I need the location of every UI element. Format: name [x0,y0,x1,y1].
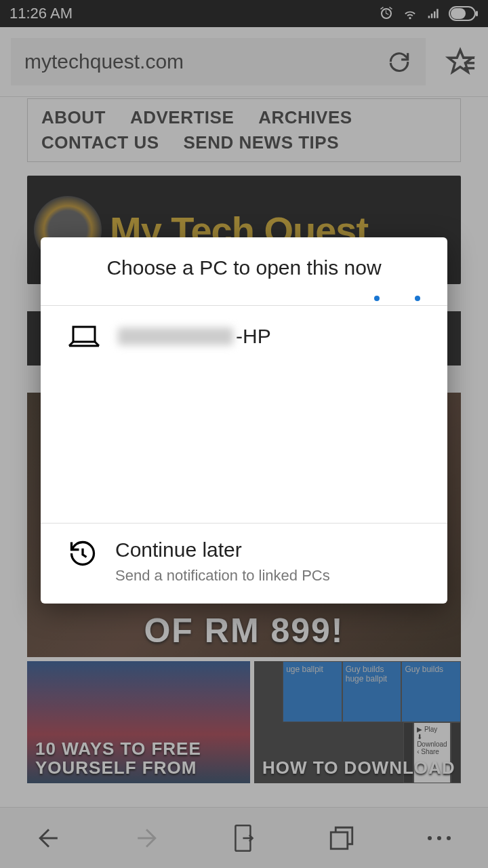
pc-name-suffix: -HP [236,325,271,348]
loading-indicator [41,296,447,302]
continue-later-item[interactable]: Continue later Send a notification to li… [41,524,447,604]
pc-list-item[interactable]: hidden -HP [41,306,447,367]
modal-title: Choose a PC to open this now [41,237,447,296]
choose-pc-modal: Choose a PC to open this now hidden -HP … [41,237,447,604]
history-icon [68,538,98,568]
pc-name-redacted: hidden [118,328,233,345]
continue-later-subtitle: Send a notification to linked PCs [115,567,330,585]
pc-name: hidden -HP [118,325,271,348]
laptop-icon [68,324,100,349]
pc-list-spacer [41,367,447,523]
continue-later-title: Continue later [115,538,330,561]
